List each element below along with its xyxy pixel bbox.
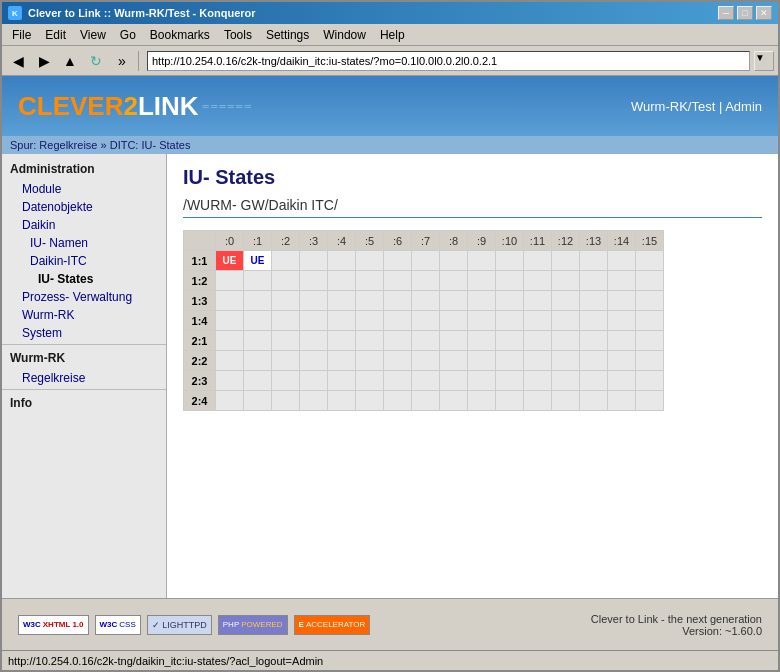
grid-cell-4-12[interactable] <box>552 331 580 351</box>
grid-cell-3-6[interactable] <box>384 311 412 331</box>
grid-cell-3-4[interactable] <box>328 311 356 331</box>
grid-cell-6-0[interactable] <box>216 371 244 391</box>
sidebar-item-prozess-verwaltung[interactable]: Prozess- Verwaltung <box>2 288 166 306</box>
grid-cell-2-4[interactable] <box>328 291 356 311</box>
grid-cell-4-3[interactable] <box>300 331 328 351</box>
grid-cell-0-0[interactable]: UE <box>216 251 244 271</box>
grid-cell-0-9[interactable] <box>468 251 496 271</box>
grid-cell-3-2[interactable] <box>272 311 300 331</box>
grid-cell-2-14[interactable] <box>608 291 636 311</box>
grid-cell-1-5[interactable] <box>356 271 384 291</box>
grid-cell-0-5[interactable] <box>356 251 384 271</box>
menu-tools[interactable]: Tools <box>218 26 258 44</box>
grid-cell-4-6[interactable] <box>384 331 412 351</box>
grid-cell-1-0[interactable] <box>216 271 244 291</box>
grid-cell-7-4[interactable] <box>328 391 356 411</box>
grid-cell-6-9[interactable] <box>468 371 496 391</box>
grid-cell-5-3[interactable] <box>300 351 328 371</box>
menu-file[interactable]: File <box>6 26 37 44</box>
grid-cell-5-14[interactable] <box>608 351 636 371</box>
grid-cell-1-4[interactable] <box>328 271 356 291</box>
grid-cell-7-10[interactable] <box>496 391 524 411</box>
grid-cell-3-1[interactable] <box>244 311 272 331</box>
grid-cell-3-3[interactable] <box>300 311 328 331</box>
grid-cell-7-14[interactable] <box>608 391 636 411</box>
grid-cell-1-11[interactable] <box>524 271 552 291</box>
back-button[interactable]: ◀ <box>6 49 30 73</box>
grid-cell-2-1[interactable] <box>244 291 272 311</box>
grid-cell-6-6[interactable] <box>384 371 412 391</box>
grid-cell-7-9[interactable] <box>468 391 496 411</box>
sidebar-item-module[interactable]: Module <box>2 180 166 198</box>
grid-cell-4-14[interactable] <box>608 331 636 351</box>
grid-cell-6-10[interactable] <box>496 371 524 391</box>
grid-cell-2-6[interactable] <box>384 291 412 311</box>
grid-cell-4-15[interactable] <box>636 331 664 351</box>
grid-cell-0-2[interactable] <box>272 251 300 271</box>
grid-cell-3-7[interactable] <box>412 311 440 331</box>
sidebar-item-daikin-itc[interactable]: Daikin-ITC <box>2 252 166 270</box>
more-button[interactable]: » <box>110 49 134 73</box>
grid-cell-6-3[interactable] <box>300 371 328 391</box>
grid-cell-0-15[interactable] <box>636 251 664 271</box>
grid-cell-0-11[interactable] <box>524 251 552 271</box>
close-button[interactable]: ✕ <box>756 6 772 20</box>
grid-cell-4-5[interactable] <box>356 331 384 351</box>
grid-cell-1-8[interactable] <box>440 271 468 291</box>
grid-cell-4-1[interactable] <box>244 331 272 351</box>
sidebar-item-daikin[interactable]: Daikin <box>2 216 166 234</box>
grid-cell-3-9[interactable] <box>468 311 496 331</box>
go-button[interactable]: ▼ <box>754 51 774 71</box>
grid-cell-5-7[interactable] <box>412 351 440 371</box>
grid-cell-5-11[interactable] <box>524 351 552 371</box>
breadcrumb-regelkreise[interactable]: Regelkreise <box>39 139 97 151</box>
grid-cell-4-13[interactable] <box>580 331 608 351</box>
grid-cell-3-11[interactable] <box>524 311 552 331</box>
grid-cell-3-12[interactable] <box>552 311 580 331</box>
grid-cell-6-8[interactable] <box>440 371 468 391</box>
grid-cell-1-2[interactable] <box>272 271 300 291</box>
grid-cell-0-8[interactable] <box>440 251 468 271</box>
grid-cell-3-13[interactable] <box>580 311 608 331</box>
refresh-button[interactable]: ↻ <box>84 49 108 73</box>
grid-cell-2-10[interactable] <box>496 291 524 311</box>
grid-cell-3-0[interactable] <box>216 311 244 331</box>
grid-cell-7-12[interactable] <box>552 391 580 411</box>
grid-cell-3-8[interactable] <box>440 311 468 331</box>
grid-cell-4-11[interactable] <box>524 331 552 351</box>
menu-view[interactable]: View <box>74 26 112 44</box>
maximize-button[interactable]: □ <box>737 6 753 20</box>
grid-cell-3-15[interactable] <box>636 311 664 331</box>
grid-cell-1-1[interactable] <box>244 271 272 291</box>
grid-cell-3-10[interactable] <box>496 311 524 331</box>
grid-cell-2-0[interactable] <box>216 291 244 311</box>
grid-cell-4-0[interactable] <box>216 331 244 351</box>
grid-cell-5-8[interactable] <box>440 351 468 371</box>
grid-cell-1-15[interactable] <box>636 271 664 291</box>
grid-cell-6-14[interactable] <box>608 371 636 391</box>
sidebar-item-datenobjekte[interactable]: Datenobjekte <box>2 198 166 216</box>
grid-cell-5-5[interactable] <box>356 351 384 371</box>
grid-cell-7-5[interactable] <box>356 391 384 411</box>
grid-cell-1-7[interactable] <box>412 271 440 291</box>
grid-cell-0-13[interactable] <box>580 251 608 271</box>
grid-cell-0-6[interactable] <box>384 251 412 271</box>
grid-cell-0-3[interactable] <box>300 251 328 271</box>
grid-cell-2-12[interactable] <box>552 291 580 311</box>
grid-cell-4-7[interactable] <box>412 331 440 351</box>
menu-settings[interactable]: Settings <box>260 26 315 44</box>
grid-cell-1-3[interactable] <box>300 271 328 291</box>
grid-cell-1-9[interactable] <box>468 271 496 291</box>
grid-cell-0-4[interactable] <box>328 251 356 271</box>
grid-cell-6-1[interactable] <box>244 371 272 391</box>
grid-cell-6-13[interactable] <box>580 371 608 391</box>
grid-cell-4-2[interactable] <box>272 331 300 351</box>
grid-cell-6-7[interactable] <box>412 371 440 391</box>
grid-cell-0-1[interactable]: UE <box>244 251 272 271</box>
grid-cell-5-15[interactable] <box>636 351 664 371</box>
grid-cell-4-9[interactable] <box>468 331 496 351</box>
forward-button[interactable]: ▶ <box>32 49 56 73</box>
grid-cell-0-14[interactable] <box>608 251 636 271</box>
grid-cell-1-13[interactable] <box>580 271 608 291</box>
grid-cell-2-11[interactable] <box>524 291 552 311</box>
